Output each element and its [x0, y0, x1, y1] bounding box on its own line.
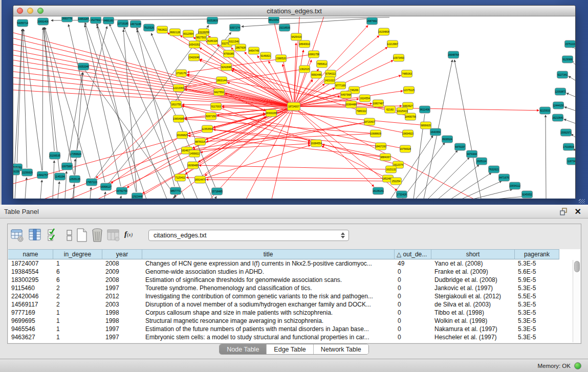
- resize-grip[interactable]: [579, 199, 585, 204]
- table-row[interactable]: 946554611997Estimation of the future num…: [8, 325, 566, 334]
- graph-node[interactable]: 9427552: [214, 89, 225, 96]
- graph-node[interactable]: 1624554: [360, 95, 371, 102]
- graph-node[interactable]: 16154808: [378, 28, 389, 35]
- graph-node[interactable]: 1187343: [567, 158, 576, 165]
- graph-node[interactable]: 2687682: [367, 17, 378, 25]
- graph-node[interactable]: 19654923: [402, 130, 413, 137]
- graph-node[interactable]: 6479197: [455, 143, 466, 150]
- graph-node[interactable]: 7485063: [402, 70, 412, 77]
- graph-node[interactable]: 18720407: [364, 118, 375, 125]
- graph-node[interactable]: 9117003: [211, 103, 222, 110]
- graph-node[interactable]: 9777169: [335, 82, 346, 89]
- graph-node[interactable]: 62160: [385, 106, 396, 113]
- graph-node[interactable]: 8312954: [183, 30, 194, 37]
- graph-node[interactable]: 12353594: [202, 125, 213, 133]
- graph-node[interactable]: 7955812: [317, 60, 328, 68]
- graph-node[interactable]: 9357274: [230, 24, 241, 31]
- graph-node[interactable]: 19654985: [173, 115, 184, 122]
- graph-node[interactable]: 6497568: [341, 91, 352, 98]
- graph-node[interactable]: 9884067: [380, 154, 391, 161]
- graph-node[interactable]: 19166825: [177, 132, 188, 139]
- graph-node[interactable]: 16210643: [552, 114, 563, 121]
- graph-node[interactable]: 2867608: [235, 44, 246, 51]
- graph-node[interactable]: 10653287: [78, 17, 89, 23]
- graph-node[interactable]: 6466160: [103, 17, 114, 24]
- column-edit-icon[interactable]: [28, 228, 42, 243]
- graph-node[interactable]: 9990448: [311, 71, 322, 78]
- graph-node[interactable]: 15992971: [560, 129, 572, 136]
- graph-node[interactable]: 8759085: [224, 50, 234, 57]
- graph-node[interactable]: 1588520: [276, 55, 287, 62]
- new-table-icon[interactable]: [75, 228, 89, 243]
- graph-node[interactable]: 12375115: [403, 86, 415, 94]
- graph-node[interactable]: 7125402: [175, 174, 186, 181]
- delete-table-icon[interactable]: [90, 228, 104, 243]
- graph-node[interactable]: 9474444: [467, 150, 477, 158]
- table-options-icon[interactable]: [10, 228, 25, 243]
- close-panel-icon[interactable]: ✕: [575, 207, 581, 216]
- graph-node[interactable]: 16958127: [100, 183, 112, 190]
- table-row[interactable]: 969969511998Structural magnetic resonanc…: [8, 317, 566, 325]
- graph-node[interactable]: 1145194: [55, 173, 66, 180]
- graph-node[interactable]: 19218506: [279, 24, 290, 31]
- graph-node[interactable]: 6794022: [325, 70, 336, 77]
- graph-node[interactable]: 1810755: [171, 101, 182, 108]
- graph-node[interactable]: 9857771: [170, 187, 181, 194]
- graph-node[interactable]: 10719185: [117, 20, 128, 27]
- graph-node[interactable]: 9425419: [291, 33, 302, 40]
- graph-node[interactable]: 8878314: [195, 138, 206, 145]
- graph-node[interactable]: 8813054: [269, 17, 279, 24]
- graph-node[interactable]: 8471676: [499, 174, 510, 181]
- graph-node[interactable]: 1733426: [397, 191, 407, 198]
- column-header-short[interactable]: short: [431, 249, 515, 259]
- graph-node[interactable]: 8660128: [170, 29, 181, 36]
- graph-node[interactable]: 252254: [391, 178, 402, 185]
- graph-node[interactable]: 19756928: [400, 145, 411, 152]
- network-canvas[interactable]: 5405571420691406269377910653287152760264…: [13, 17, 575, 199]
- tab-network-table[interactable]: Network Table: [314, 344, 368, 354]
- close-button[interactable]: [17, 8, 23, 14]
- graph-node[interactable]: 16648764: [448, 51, 459, 58]
- graph-node[interactable]: 1421022: [324, 77, 335, 84]
- graph-node[interactable]: 16136141: [373, 187, 384, 194]
- float-window-icon[interactable]: [560, 208, 568, 215]
- select-columns-icon[interactable]: [46, 228, 60, 243]
- scrollbar-thumb[interactable]: [574, 261, 580, 272]
- graph-node[interactable]: 10975887: [61, 163, 73, 170]
- table-row[interactable]: 977716911998Corpus callosum shape and si…: [8, 309, 566, 317]
- graph-node[interactable]: 17957223: [86, 179, 97, 186]
- graph-node[interactable]: 18724007: [288, 102, 300, 111]
- graph-node[interactable]: 16543352: [189, 41, 200, 48]
- table-selector-dropdown[interactable]: citations_edges.txt: [148, 230, 349, 241]
- table-row[interactable]: 911546021997Tourette syndrome. Phenomeno…: [8, 285, 566, 293]
- graph-node[interactable]: 8938924: [442, 136, 453, 143]
- graph-node[interactable]: 8267150: [206, 113, 216, 120]
- graph-node[interactable]: 13942757: [37, 171, 48, 179]
- graph-node[interactable]: 8215933: [540, 107, 551, 114]
- graph-node[interactable]: 15718485: [211, 188, 223, 195]
- vertical-scrollbar[interactable]: [573, 260, 580, 342]
- graph-node[interactable]: 10654112: [509, 182, 520, 189]
- graph-node[interactable]: 12444150: [553, 102, 564, 109]
- graph-node[interactable]: 18495756: [405, 113, 416, 120]
- network-window[interactable]: citations_edges.txt 54055714206914062693…: [13, 5, 576, 199]
- graph-node[interactable]: 20691406: [37, 18, 49, 25]
- graph-node[interactable]: 16914479: [194, 176, 206, 183]
- graph-node[interactable]: 1615132: [386, 166, 397, 173]
- graph-node[interactable]: 9611406: [420, 106, 430, 113]
- graph-node[interactable]: 9227341: [557, 71, 568, 78]
- graph-node[interactable]: 23420046: [188, 54, 200, 61]
- graph-node[interactable]: 10807487: [373, 100, 384, 107]
- graph-node[interactable]: 10973493: [393, 54, 404, 61]
- table-row[interactable]: 2242004622012Investigating the contribut…: [8, 293, 566, 301]
- graph-node[interactable]: 2693779: [62, 17, 73, 22]
- table-row[interactable]: 1830029562008Estimation of significance …: [8, 276, 566, 285]
- graph-node[interactable]: 1539159: [13, 168, 20, 175]
- graph-node[interactable]: 7986322: [356, 107, 367, 115]
- table-row[interactable]: 1456911722003Disruption of a novel membe…: [8, 301, 566, 309]
- table-row[interactable]: 1938455462009Genome-wide association stu…: [8, 268, 566, 276]
- graph-node[interactable]: 2803144: [216, 77, 227, 84]
- graph-node[interactable]: 54055714: [17, 19, 28, 27]
- graph-node[interactable]: 16099489: [187, 162, 199, 169]
- graph-node[interactable]: 12923448: [132, 193, 143, 199]
